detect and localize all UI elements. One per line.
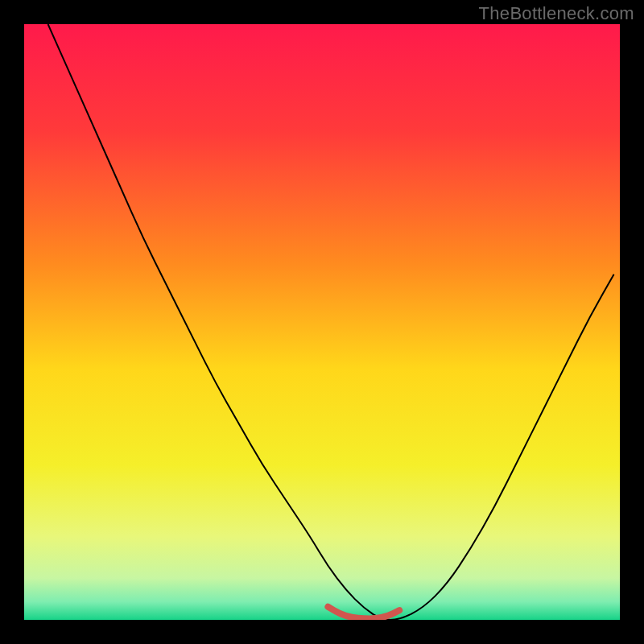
gradient-rect [24,24,620,620]
attribution-text: TheBottleneck.com [479,3,634,24]
plot-area [24,24,620,620]
chart-svg [24,24,620,620]
chart-frame: TheBottleneck.com [0,0,644,644]
